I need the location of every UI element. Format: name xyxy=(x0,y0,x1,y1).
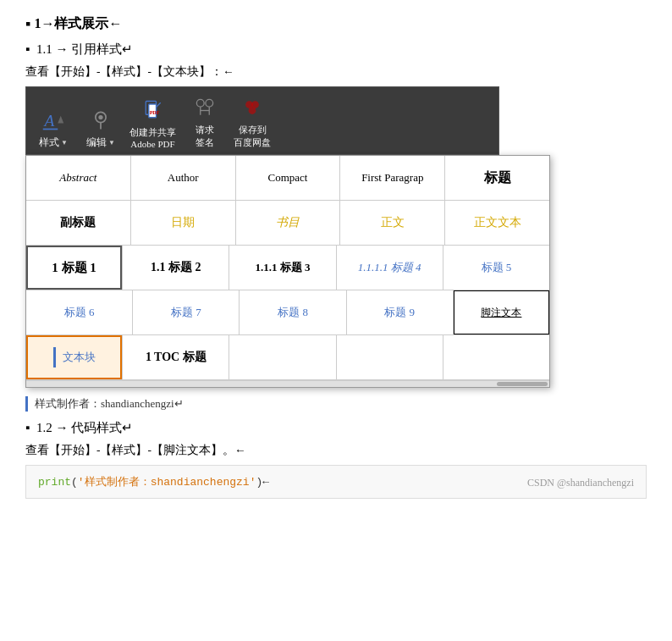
grid-cell-abstract[interactable]: Abstract xyxy=(26,156,131,200)
style-icon: A xyxy=(40,107,67,134)
grid-cell-title9[interactable]: 标题 9 xyxy=(347,290,454,334)
grid-cell-toc[interactable]: 1 TOC 标题 xyxy=(123,335,229,379)
textblock-vbar xyxy=(53,347,56,367)
grid-cell-title5[interactable]: 标题 5 xyxy=(443,246,549,290)
grid-cell-title4[interactable]: 1.1.1.1 标题 4 xyxy=(337,246,443,290)
svg-text:PDF: PDF xyxy=(149,110,159,115)
grid-cell-title3[interactable]: 1.1.1 标题 3 xyxy=(229,246,336,290)
toolbar-label-edit: 编辑 ▼ xyxy=(86,136,115,149)
toolbar: A 样式 ▼ xyxy=(25,86,499,155)
toolbar-label-style: 样式 ▼ xyxy=(39,136,68,149)
styles-grid: Abstract Author Compact First Paragrap 标… xyxy=(25,155,550,388)
grid-cell-author[interactable]: Author xyxy=(131,156,236,200)
code-block: print('样式制作者：shandianchengzi')← CSDN @sh… xyxy=(25,465,647,499)
grid-row-1: Abstract Author Compact First Paragrap 标… xyxy=(26,156,549,201)
edit-icon xyxy=(87,107,114,134)
paragraph2-text: 查看【开始】-【样式】-【脚注文本】。← xyxy=(25,444,246,456)
paragraph1-text: 查看【开始】-【样式】-【文本块】：← xyxy=(25,65,234,78)
grid-cell-biaoti[interactable]: 标题 xyxy=(445,156,549,200)
grid-row-5: 文本块 1 TOC 标题 xyxy=(26,335,549,380)
code-keyword: print xyxy=(38,476,71,489)
author-text: 样式制作者：shandianchengzi↵ xyxy=(35,397,184,410)
grid-cell-empty3 xyxy=(443,335,549,379)
heading2-code: 1.2 → 代码样式↵ xyxy=(25,420,647,436)
heading2-text: 1.1 → 引用样式↵ xyxy=(36,42,133,56)
code-label: CSDN @shandianchengzi xyxy=(527,477,634,489)
grid-cell-first-para[interactable]: First Paragrap xyxy=(340,156,445,200)
heading2-code-text: 1.2 → 代码样式↵ xyxy=(36,421,133,434)
svg-marker-2 xyxy=(58,116,63,124)
toolbar-item-pdf[interactable]: PDF 创建并共享 Adobe PDF xyxy=(129,97,176,149)
scrollbar-thumb[interactable] xyxy=(497,382,548,386)
grid-row-2: 副标题 日期 书目 正文 正文文本 xyxy=(26,201,549,246)
grid-row-3: 1 标题 1 1.1 标题 2 1.1.1 标题 3 1.1.1.1 标题 4 … xyxy=(26,246,549,290)
toolbar-wrapper: A 样式 ▼ xyxy=(25,86,647,388)
svg-line-9 xyxy=(156,102,160,107)
toolbar-label-baidu: 保存到 百度网盘 xyxy=(234,124,271,149)
grid-cell-textblock[interactable]: 文本块 xyxy=(26,335,123,379)
grid-cell-riqi[interactable]: 日期 xyxy=(131,201,236,245)
heading1: 1→样式展示← xyxy=(25,15,647,33)
svg-point-11 xyxy=(206,99,213,107)
paragraph1: 查看【开始】-【样式】-【文本块】：← xyxy=(25,64,647,80)
code-content: print('样式制作者：shandianchengzi')← xyxy=(38,474,269,489)
sign-icon xyxy=(191,94,218,121)
grid-cell-title7[interactable]: 标题 7 xyxy=(133,290,240,334)
toolbar-item-style[interactable]: A 样式 ▼ xyxy=(35,107,72,149)
baidu-icon xyxy=(239,94,266,121)
svg-text:A: A xyxy=(43,112,55,130)
svg-point-4 xyxy=(98,115,102,119)
paragraph2: 查看【开始】-【样式】-【脚注文本】。← xyxy=(25,443,647,458)
heading2-dot xyxy=(25,42,33,56)
grid-cell-empty1 xyxy=(229,335,336,379)
grid-cell-title8[interactable]: 标题 8 xyxy=(240,290,346,334)
toolbar-label-sign: 请求 签名 xyxy=(196,124,214,149)
toolbar-item-baidu[interactable]: 保存到 百度网盘 xyxy=(234,94,271,149)
toolbar-item-edit[interactable]: 编辑 ▼ xyxy=(82,107,119,149)
grid-cell-fubiaoti[interactable]: 副标题 xyxy=(26,201,131,245)
svg-point-10 xyxy=(196,99,204,107)
grid-cell-zhengwenwenben[interactable]: 正文文本 xyxy=(445,201,549,245)
grid-cell-shumu[interactable]: 书目 xyxy=(236,201,341,245)
code-string: '样式制作者：shandianchengzi' xyxy=(78,476,256,489)
toolbar-item-sign[interactable]: 请求 签名 xyxy=(186,94,223,149)
heading1-text: 1→样式展示← xyxy=(34,15,122,33)
heading2-code-dot xyxy=(25,421,33,434)
grid-cell-empty2 xyxy=(337,335,443,379)
heading2: 1.1 → 引用样式↵ xyxy=(25,41,647,58)
grid-cell-title1[interactable]: 1 标题 1 xyxy=(26,246,123,290)
grid-scrollbar[interactable] xyxy=(26,380,549,387)
edit-arrow: ▼ xyxy=(108,139,115,146)
grid-cell-title6[interactable]: 标题 6 xyxy=(26,290,133,334)
pdf-icon: PDF xyxy=(140,97,167,124)
grid-cell-title2[interactable]: 1.1 标题 2 xyxy=(123,246,229,290)
svg-point-17 xyxy=(249,107,256,114)
page-content: 1→样式展示← 1.1 → 引用样式↵ 查看【开始】-【样式】-【文本块】：← … xyxy=(0,0,672,514)
grid-cell-zhengwen[interactable]: 正文 xyxy=(340,201,445,245)
grid-cell-footnote[interactable]: 脚注文本 xyxy=(454,290,549,334)
grid-cell-compact[interactable]: Compact xyxy=(236,156,341,200)
toolbar-label-pdf: 创建并共享 Adobe PDF xyxy=(129,126,176,149)
grid-row-4: 标题 6 标题 7 标题 8 标题 9 脚注文本 xyxy=(26,290,549,335)
author-block: 样式制作者：shandianchengzi↵ xyxy=(25,396,647,412)
style-arrow: ▼ xyxy=(61,139,68,146)
